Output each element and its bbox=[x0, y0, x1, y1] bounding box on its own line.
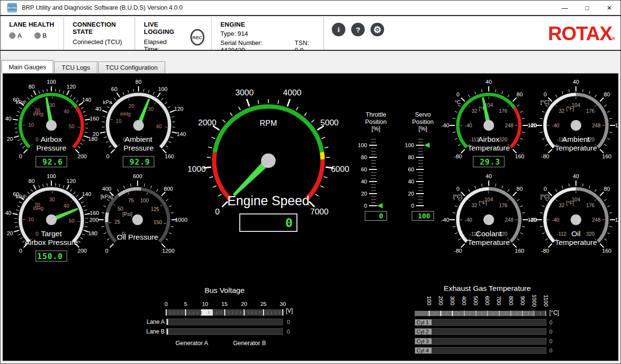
lane-value: 0 bbox=[287, 319, 290, 325]
egt-ruler bbox=[415, 311, 546, 316]
svg-text:200: 200 bbox=[89, 217, 98, 223]
help-icon[interactable]: ? bbox=[351, 23, 365, 36]
svg-text:40: 40 bbox=[5, 116, 12, 121]
gauge-outer-unit: [°C] bbox=[541, 194, 549, 199]
egt-scale-label: 700 bbox=[496, 296, 502, 305]
egt-scale-label: 200 bbox=[438, 296, 444, 305]
svg-text:30: 30 bbox=[49, 197, 55, 202]
connection-state-section: CONNECTION STATE Connected (TCU) bbox=[64, 17, 135, 50]
status-header: LANE HEALTH A B CONNECTION STATE Connect… bbox=[0, 17, 621, 51]
vertical-scale-ticks: 020406080100 bbox=[358, 139, 377, 209]
engine-type: Type: 914 bbox=[220, 30, 317, 37]
svg-text:3000: 3000 bbox=[235, 88, 254, 97]
svg-text:160: 160 bbox=[602, 153, 611, 159]
bus-unit-label: [V] bbox=[286, 307, 293, 314]
gauge-hub bbox=[261, 153, 276, 168]
lane-a-led-icon bbox=[9, 32, 16, 39]
svg-text:32: 32 bbox=[471, 202, 477, 208]
gauge-title: Target bbox=[41, 229, 62, 238]
svg-text:100: 100 bbox=[158, 86, 167, 92]
svg-text:248: 248 bbox=[505, 217, 513, 223]
svg-text:160: 160 bbox=[515, 248, 524, 254]
gauge-ambient-temperature: -80-4004080120160-112-4032104176248320[°… bbox=[531, 77, 621, 174]
tab-main-gauges[interactable]: Main Gauges bbox=[1, 60, 53, 73]
gauge-title: Ambient bbox=[125, 135, 153, 143]
svg-text:0: 0 bbox=[543, 186, 546, 192]
tab-tcu-configuration[interactable]: TCU Configuration bbox=[98, 61, 165, 73]
lane-health-section: LANE HEALTH A B bbox=[0, 17, 64, 50]
main-gauges-panel: 02040608010012014016018020001020304050kP… bbox=[2, 73, 619, 361]
bus-scale-label: 15 bbox=[221, 301, 228, 307]
info-icon[interactable]: i bbox=[332, 23, 345, 36]
svg-text:-80: -80 bbox=[454, 248, 462, 254]
svg-text:-80: -80 bbox=[541, 153, 549, 159]
gauge-outer-unit: kPa bbox=[16, 194, 26, 199]
svg-text:40: 40 bbox=[63, 108, 69, 114]
svg-text:25: 25 bbox=[114, 219, 120, 225]
lane-label: Lane A bbox=[143, 318, 165, 325]
svg-text:40: 40 bbox=[156, 123, 162, 129]
svg-text:248: 248 bbox=[505, 122, 513, 128]
cylinder-value: 0 bbox=[549, 338, 552, 344]
svg-text:400: 400 bbox=[102, 186, 111, 192]
tab-tcu-logs[interactable]: TCU Logs bbox=[54, 61, 97, 73]
svg-text:10: 10 bbox=[28, 216, 34, 222]
cylinder-label: Cyl 2 bbox=[415, 329, 432, 334]
engine-section: ENGINE Type: 914 Serial Number: 4420420 … bbox=[212, 17, 324, 50]
gauge-inner-unit: inHg bbox=[33, 111, 44, 117]
svg-text:1000: 1000 bbox=[175, 217, 187, 223]
svg-text:30: 30 bbox=[49, 102, 55, 108]
svg-text:32: 32 bbox=[471, 108, 477, 114]
egt-scale-label: 800 bbox=[508, 296, 514, 305]
svg-text:160: 160 bbox=[602, 248, 611, 254]
connection-state-value: Connected (TCU) bbox=[73, 38, 128, 46]
gauge-value: 150.0 bbox=[37, 252, 63, 261]
app-window: BUDS BRP Utility and Diagnostic Software… bbox=[0, 0, 621, 364]
svg-text:80: 80 bbox=[29, 178, 35, 184]
gauge-coolant-temperature: -80-4004080120160-112-4032104176248320[°… bbox=[444, 171, 533, 268]
svg-text:20: 20 bbox=[93, 131, 99, 137]
gauge-outer-unit: °C bbox=[455, 99, 461, 105]
svg-text:60: 60 bbox=[361, 167, 367, 172]
maximize-button[interactable]: □ bbox=[576, 0, 598, 15]
bus-scale-label: 10 bbox=[202, 301, 208, 307]
gear-icon[interactable]: ⚙ bbox=[371, 23, 384, 36]
svg-text:140: 140 bbox=[82, 97, 91, 103]
servo-position-indicator: ServoPosition[%]020406080100100 bbox=[400, 111, 446, 221]
gauge-ticks: 020040060080010001200 bbox=[89, 173, 187, 254]
gauge-title: Temperature bbox=[467, 144, 510, 152]
lane-label: Lane B bbox=[143, 328, 165, 335]
gauge-outer-unit: [kPa] bbox=[100, 194, 112, 199]
generator-b-label: Generator B bbox=[233, 340, 266, 347]
svg-text:0: 0 bbox=[215, 207, 219, 216]
lane-bar-fill bbox=[167, 329, 168, 334]
cylinder-bar: Cyl 4 bbox=[415, 347, 546, 354]
close-button[interactable]: ✕ bbox=[598, 0, 621, 15]
svg-text:40: 40 bbox=[408, 179, 414, 184]
bus-scale-label: 30 bbox=[280, 301, 286, 307]
svg-text:176: 176 bbox=[586, 108, 595, 114]
svg-text:100: 100 bbox=[405, 142, 414, 148]
rec-button[interactable]: REC bbox=[190, 29, 204, 46]
svg-text:20: 20 bbox=[7, 230, 13, 236]
scale-pointer bbox=[377, 203, 383, 208]
egt-scale-label: 1000 bbox=[531, 294, 537, 307]
lane-b-led-icon bbox=[34, 32, 41, 39]
gauge-hub bbox=[483, 214, 494, 225]
indicator-value-display: 100 bbox=[412, 211, 434, 221]
svg-text:160: 160 bbox=[515, 153, 524, 159]
connection-state-label: CONNECTION STATE bbox=[73, 21, 128, 35]
gauge-airbox-pressure: 02040608010012014016018020001020304050kP… bbox=[7, 77, 96, 174]
svg-text:120: 120 bbox=[615, 122, 621, 128]
gauge-title: Temperature bbox=[467, 238, 510, 246]
svg-text:60: 60 bbox=[111, 86, 118, 92]
egt-scale-label: 300 bbox=[450, 296, 455, 305]
svg-text:60: 60 bbox=[408, 167, 414, 172]
svg-text:100: 100 bbox=[47, 173, 56, 179]
gauge-inner-unit: inHg bbox=[120, 111, 131, 117]
svg-text:20: 20 bbox=[7, 136, 13, 142]
minimize-button[interactable]: — bbox=[554, 0, 576, 15]
gauge-hub bbox=[46, 214, 57, 225]
lane-bar-fill bbox=[167, 319, 168, 325]
egt-scale-label: 1100 bbox=[543, 295, 549, 307]
